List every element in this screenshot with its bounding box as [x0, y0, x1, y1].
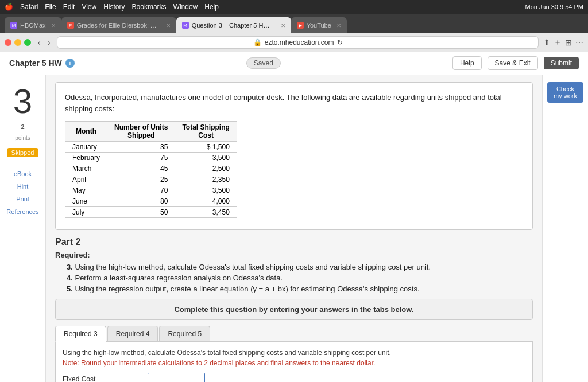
- browser-tab-youtube[interactable]: ▶YouTube✕: [291, 17, 347, 33]
- col-units: Number of UnitsShipped: [107, 122, 175, 142]
- tab-req4[interactable]: Required 4: [107, 326, 158, 341]
- left-sidebar: 3 2 points Skipped eBook Hint Print Refe…: [0, 75, 46, 382]
- table-row: February753,500: [65, 153, 237, 163]
- reload-icon: ↻: [337, 38, 343, 46]
- minimize-button[interactable]: [14, 39, 21, 46]
- url-text: ezto.mheducation.com: [265, 38, 334, 46]
- col-month: Month: [65, 122, 107, 142]
- page-wrapper: Chapter 5 HW i Saved Help Save & Exit Su…: [0, 52, 588, 382]
- help-button[interactable]: Help: [452, 56, 482, 70]
- close-button[interactable]: [5, 39, 11, 46]
- tab-req5[interactable]: Required 5: [159, 326, 210, 341]
- menu-file[interactable]: File: [45, 3, 56, 11]
- print-link[interactable]: Print: [5, 194, 41, 204]
- back-button[interactable]: ‹: [36, 37, 43, 48]
- lock-icon: 🔒: [253, 38, 262, 46]
- col-cost: Total ShippingCost: [175, 122, 237, 142]
- skipped-badge: Skipped: [7, 148, 39, 157]
- required-label: Required:: [55, 251, 533, 259]
- header-left: Chapter 5 HW i: [9, 59, 75, 68]
- tab-grid-button[interactable]: ⊞: [565, 38, 572, 47]
- submit-button[interactable]: Submit: [544, 57, 579, 69]
- tab-content: Using the high-low method, calculate Ode…: [55, 342, 533, 382]
- menu-help[interactable]: Help: [204, 3, 219, 11]
- tab-note: Note: Round your intermediate calculatio…: [63, 359, 525, 367]
- table-row: March452,500: [65, 163, 237, 174]
- references-link[interactable]: References: [5, 206, 41, 217]
- data-table: Month Number of UnitsShipped Total Shipp…: [65, 121, 237, 218]
- tab-instruction: Using the high-low method, calculate Ode…: [63, 349, 525, 357]
- table-row: June804,000: [65, 196, 237, 207]
- complete-box: Complete this question by entering your …: [55, 299, 533, 320]
- hint-link[interactable]: Hint: [5, 181, 41, 192]
- browser-chrome: MHBOMax✕PGrades for Ellie Diersbok: ACC …: [0, 14, 588, 33]
- saved-badge: Saved: [246, 57, 281, 69]
- page-header: Chapter 5 HW i Saved Help Save & Exit Su…: [0, 52, 588, 75]
- menu-safari[interactable]: Safari: [20, 3, 38, 11]
- main-content: 3 2 points Skipped eBook Hint Print Refe…: [0, 75, 588, 382]
- menu-bar: 🍎 Safari File Edit View History Bookmark…: [0, 0, 588, 14]
- menu-view[interactable]: View: [82, 3, 96, 11]
- address-bar[interactable]: 🔒 ezto.mheducation.com ↻: [57, 36, 539, 49]
- requirement-item-3: 3. Using the high-low method, calculate …: [55, 263, 533, 271]
- points-value: 2: [21, 123, 24, 130]
- menubar-clock: Mon Jan 30 9:54 PM: [525, 3, 583, 10]
- tab-req3[interactable]: Required 3: [55, 326, 106, 342]
- table-row: July503,450: [65, 207, 237, 218]
- field-label-0: Fixed Cost: [63, 375, 143, 382]
- apple-menu[interactable]: 🍎: [5, 3, 13, 11]
- field-row-0: Fixed Cost: [63, 373, 525, 382]
- chapter-title: Chapter 5 HW: [9, 59, 62, 68]
- forward-button[interactable]: ›: [45, 37, 53, 48]
- points-label: points: [15, 135, 30, 141]
- browser-tab-hbomax[interactable]: MHBOMax✕: [5, 17, 61, 33]
- question-box: Odessa, Incorporated, manufactures one m…: [55, 82, 533, 230]
- menu-bookmarks[interactable]: Bookmarks: [132, 3, 167, 11]
- tabs-nav: Required 3Required 4Required 5: [55, 326, 533, 342]
- share-button[interactable]: ⬆: [543, 38, 550, 47]
- table-row: January35$ 1,500: [65, 142, 237, 153]
- traffic-lights: [5, 39, 31, 46]
- sidebar-links: eBook Hint Print References: [5, 169, 41, 217]
- question-text: Odessa, Incorporated, manufactures one m…: [65, 92, 523, 114]
- ebook-link[interactable]: eBook: [5, 169, 41, 179]
- browser-tab-question[interactable]: MQuestion 3 – Chapter 5 HW – Connect✕: [176, 17, 291, 33]
- table-row: May703,500: [65, 185, 237, 196]
- save-exit-button[interactable]: Save & Exit: [488, 56, 538, 70]
- part2-section: Part 2 Required: 3. Using the high-low m…: [55, 237, 533, 382]
- info-icon[interactable]: i: [65, 59, 75, 68]
- browser-tab-grades[interactable]: PGrades for Ellie Diersbok: ACC 241: Use…: [61, 17, 176, 33]
- requirements-list: 3. Using the high-low method, calculate …: [55, 263, 533, 293]
- question-number: 3: [13, 84, 32, 119]
- part2-heading: Part 2: [55, 237, 533, 247]
- field-input-0[interactable]: [148, 373, 205, 382]
- browser-toolbar: ‹ › 🔒 ezto.mheducation.com ↻ ⬆ ＋ ⊞ ⋯: [0, 33, 588, 52]
- extensions-button[interactable]: ⋯: [575, 38, 583, 47]
- tabs-container: Required 3Required 4Required 5 Using the…: [55, 326, 533, 382]
- header-right: Help Save & Exit Submit: [452, 56, 579, 70]
- new-tab-button[interactable]: ＋: [554, 37, 562, 48]
- menu-window[interactable]: Window: [173, 3, 198, 11]
- table-row: April252,350: [65, 174, 237, 185]
- browser-tabs: MHBOMax✕PGrades for Ellie Diersbok: ACC …: [5, 17, 583, 33]
- requirement-item-4: 4. Perform a least-squares regression an…: [55, 274, 533, 282]
- question-area: Odessa, Incorporated, manufactures one m…: [46, 75, 542, 382]
- menu-history[interactable]: History: [103, 3, 125, 11]
- check-my-work-button[interactable]: Check my work: [547, 82, 583, 103]
- requirement-item-5: 5. Using the regression output, create a…: [55, 284, 533, 293]
- maximize-button[interactable]: [24, 39, 31, 46]
- menu-edit[interactable]: Edit: [63, 3, 75, 11]
- right-sidebar: Check my work: [542, 75, 588, 382]
